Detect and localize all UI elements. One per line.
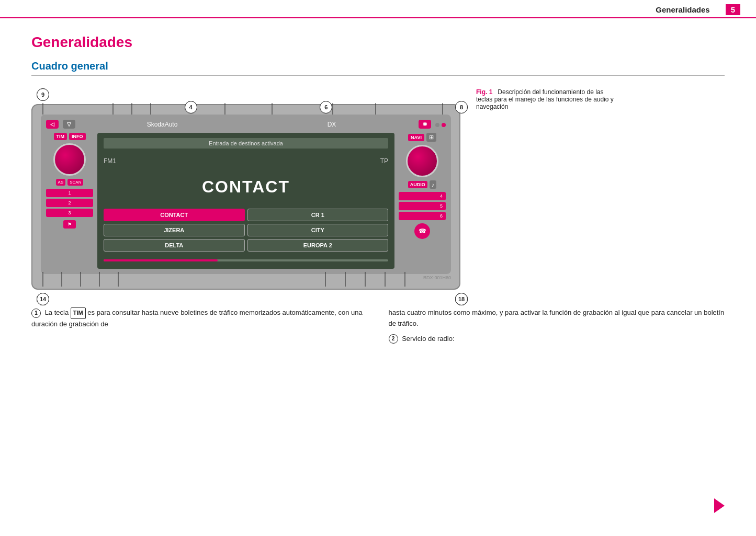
preset-btn-2[interactable]: 2 xyxy=(46,199,93,207)
scan-button[interactable]: SCAN xyxy=(67,179,83,186)
preset-btn-5[interactable]: 5 xyxy=(399,202,446,210)
screen-slider-fill xyxy=(104,259,218,261)
header-page: 5 xyxy=(726,4,740,15)
callout-14: 14 xyxy=(37,293,49,305)
tim-box: TIM xyxy=(71,307,86,319)
callout-4: 4 xyxy=(185,101,197,113)
text3-content: 2 Servicio de radio: xyxy=(389,334,725,345)
preset-btn-6[interactable]: 6 xyxy=(399,212,446,220)
screen-message: Entrada de destinos activada xyxy=(104,138,388,149)
header-title: Generalidades xyxy=(656,5,709,14)
next-page-arrow[interactable] xyxy=(714,498,725,515)
flag-button[interactable]: ⚑ xyxy=(63,220,76,229)
header-bar: Generalidades 5 xyxy=(0,0,756,18)
device-top-strip: ◁ ▽ SkodaAuto DX ✱ xyxy=(46,120,446,129)
preset-btn-4[interactable]: 4 xyxy=(399,192,446,200)
device-inner: ◁ ▽ SkodaAuto DX ✱ xyxy=(41,115,451,274)
section-title: Cuadro general xyxy=(31,60,725,72)
device-left: TIM INFO AS SCAN 1 2 xyxy=(46,133,93,269)
screen-preset-contact[interactable]: CONTACT xyxy=(104,209,245,221)
nav-icon-button[interactable]: ⊞ xyxy=(426,133,436,142)
screen-preset-delta[interactable]: DELTA xyxy=(104,239,245,252)
page-title: Generalidades xyxy=(31,34,725,51)
fm-label: FM1 xyxy=(104,157,116,165)
vol-button[interactable]: ▽ xyxy=(63,120,75,129)
screen-preset-europa2[interactable]: EUROPA 2 xyxy=(247,239,389,252)
svg-marker-19 xyxy=(714,498,725,513)
navi-btn-row: NAVI ⊞ xyxy=(408,133,436,142)
device-body: TIM INFO AS SCAN 1 2 xyxy=(46,133,446,269)
arrow-right-icon xyxy=(714,498,725,513)
text1-content: La tecla TIM es para consultar hasta nue… xyxy=(31,309,363,327)
as-button[interactable]: AS xyxy=(56,179,66,186)
skoda-label: SkodaAuto xyxy=(80,121,245,128)
tim-button[interactable]: TIM xyxy=(54,133,67,140)
preset-btn-3[interactable]: 3 xyxy=(46,209,93,217)
device-wrapper: 1 2 3 4 5 6 7 8 9 xyxy=(31,88,460,293)
screen-presets: CONTACT CR 1 JIZERA CITY DELTA EUROPA 2 xyxy=(104,209,388,252)
device-screen: Entrada de destinos activada FM1 TP CONT… xyxy=(97,133,394,269)
audio-btn-row: AUDIO ♪ xyxy=(408,180,437,189)
screen-preset-cr1[interactable]: CR 1 xyxy=(247,209,389,221)
bottom-text: 1 La tecla TIM es para consultar hasta n… xyxy=(31,307,725,344)
music-icon-button[interactable]: ♪ xyxy=(430,180,437,189)
contact-title: CONTACT xyxy=(104,177,388,197)
navi-button[interactable]: NAVI xyxy=(408,134,424,141)
dx-label: DX xyxy=(249,121,414,128)
text2-content: hasta cuatro minutos como máximo, y para… xyxy=(389,307,725,329)
text-left: 1 La tecla TIM es para consultar hasta n… xyxy=(31,307,368,344)
dot-2 xyxy=(442,123,446,127)
figure-text: Descripción del funcionamiento de las te… xyxy=(476,88,614,110)
dot-indicators xyxy=(435,123,446,127)
callout-8: 8 xyxy=(455,101,468,113)
circle-2: 2 xyxy=(389,334,398,344)
audio-button[interactable]: AUDIO xyxy=(408,181,427,188)
device-right: NAVI ⊞ AUDIO ♪ 4 5 xyxy=(399,133,446,269)
right-preset-buttons: 4 5 6 xyxy=(399,192,446,220)
callout-18: 18 xyxy=(455,293,468,305)
screen-slider xyxy=(104,259,388,261)
section-divider xyxy=(31,75,725,76)
screen-preset-city[interactable]: CITY xyxy=(247,224,389,236)
tim-info-row: TIM INFO xyxy=(54,133,86,140)
callout-9: 9 xyxy=(37,88,49,101)
as-scan-row: AS SCAN xyxy=(56,179,84,186)
device-container: 1 2 3 4 5 6 7 8 9 xyxy=(31,88,725,293)
figure-label: Fig. 1 xyxy=(476,88,494,96)
main-content: Generalidades Cuadro general 1 2 3 4 5 xyxy=(0,18,756,360)
left-knob[interactable] xyxy=(53,143,86,176)
phone-button[interactable]: ☎ xyxy=(414,223,430,239)
figure-caption: Fig. 1 Descripción del funcionamiento de… xyxy=(471,88,617,110)
device-center: Entrada de destinos activada FM1 TP CONT… xyxy=(97,133,394,269)
text-right: hasta cuatro minutos como máximo, y para… xyxy=(389,307,725,344)
bdx-label: BDX-001H60 xyxy=(41,275,451,280)
tp-label: TP xyxy=(380,157,388,165)
info-button[interactable]: INFO xyxy=(69,133,86,140)
back-button[interactable]: ◁ xyxy=(46,120,59,129)
screen-fm-row: FM1 TP xyxy=(104,157,388,165)
dot-1 xyxy=(435,123,439,127)
circle-1: 1 xyxy=(31,309,41,318)
screen-preset-jizera[interactable]: JIZERA xyxy=(104,224,245,236)
preset-btn-1[interactable]: 1 xyxy=(46,189,93,197)
right-knob[interactable] xyxy=(406,145,438,177)
left-preset-buttons: 1 2 3 xyxy=(46,189,93,217)
radio-device: ◁ ▽ SkodaAuto DX ✱ xyxy=(31,104,460,290)
brightness-button[interactable]: ✱ xyxy=(419,120,431,129)
